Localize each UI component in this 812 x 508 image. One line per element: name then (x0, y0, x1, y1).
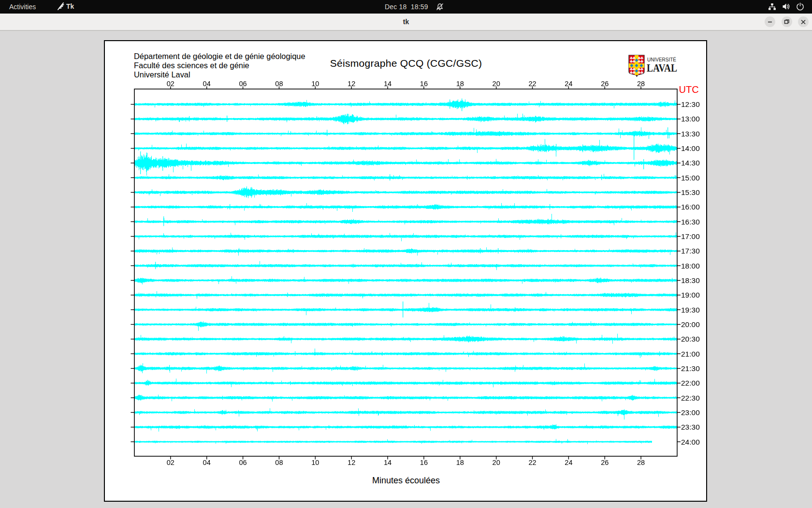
svg-text:22:00: 22:00 (681, 379, 700, 387)
svg-text:18: 18 (456, 459, 464, 466)
svg-text:22: 22 (528, 80, 536, 88)
svg-text:28: 28 (637, 459, 645, 466)
svg-text:22: 22 (528, 459, 536, 466)
svg-text:19:00: 19:00 (681, 291, 700, 299)
svg-text:13:00: 13:00 (681, 115, 700, 123)
svg-text:17:30: 17:30 (681, 247, 700, 255)
svg-text:17:00: 17:00 (681, 232, 700, 240)
svg-text:16: 16 (420, 459, 428, 466)
svg-text:18:00: 18:00 (681, 262, 700, 270)
svg-text:20:30: 20:30 (681, 335, 700, 343)
svg-text:28: 28 (637, 80, 645, 88)
svg-text:23:00: 23:00 (681, 408, 700, 417)
svg-text:26: 26 (601, 80, 609, 88)
svg-text:19:30: 19:30 (681, 306, 700, 314)
svg-text:20: 20 (493, 459, 500, 466)
svg-text:02: 02 (167, 80, 174, 88)
svg-text:06: 06 (239, 80, 246, 88)
svg-text:24: 24 (565, 459, 572, 466)
svg-text:15:30: 15:30 (681, 188, 700, 196)
svg-text:21:00: 21:00 (681, 350, 700, 358)
svg-text:08: 08 (275, 459, 283, 466)
svg-text:20:00: 20:00 (681, 320, 700, 329)
svg-text:10: 10 (311, 80, 319, 88)
svg-text:02: 02 (167, 459, 174, 466)
svg-text:12: 12 (348, 80, 355, 88)
svg-text:15:00: 15:00 (681, 174, 700, 182)
svg-text:04: 04 (203, 459, 211, 466)
svg-text:24: 24 (565, 80, 572, 88)
svg-text:14:00: 14:00 (681, 144, 700, 152)
svg-text:14: 14 (384, 459, 392, 466)
svg-text:16:30: 16:30 (681, 218, 700, 226)
svg-text:UTC: UTC (679, 84, 699, 95)
svg-text:12: 12 (348, 459, 355, 466)
svg-text:23:30: 23:30 (681, 423, 700, 431)
svg-text:14:30: 14:30 (681, 159, 700, 167)
svg-text:06: 06 (239, 459, 246, 466)
svg-text:22:30: 22:30 (681, 394, 700, 402)
svg-text:20: 20 (493, 80, 500, 88)
svg-text:18: 18 (456, 80, 464, 88)
svg-text:16:00: 16:00 (681, 203, 700, 211)
svg-text:14: 14 (384, 80, 392, 88)
svg-text:10: 10 (311, 459, 319, 466)
svg-text:18:30: 18:30 (681, 276, 700, 284)
svg-text:26: 26 (601, 459, 609, 466)
svg-text:16: 16 (420, 80, 428, 88)
svg-text:08: 08 (275, 80, 283, 88)
svg-text:04: 04 (203, 80, 211, 88)
svg-text:21:30: 21:30 (681, 364, 700, 373)
svg-text:13:30: 13:30 (681, 130, 700, 138)
svg-text:24:00: 24:00 (681, 438, 700, 446)
svg-text:12:30: 12:30 (681, 100, 700, 108)
